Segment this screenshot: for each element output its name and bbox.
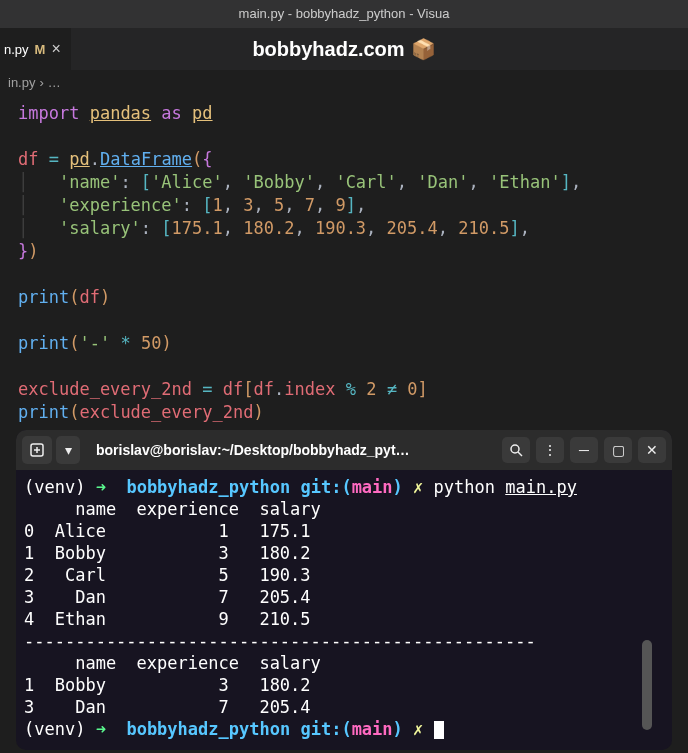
editor-tab-main-py[interactable]: n.py M × [0, 28, 71, 70]
command-exe: python [434, 477, 495, 497]
search-icon [509, 443, 523, 457]
search-button[interactable] [502, 437, 530, 463]
output-header: name experience salary [24, 499, 321, 519]
window-title: main.py - bobbyhadz_python - Visua [239, 6, 450, 21]
new-tab-button[interactable] [22, 436, 52, 464]
minimize-icon: ─ [579, 442, 589, 458]
terminal-scrollbar[interactable] [642, 640, 652, 730]
key-name: 'name' [59, 172, 120, 192]
chevron-right-icon: › [39, 75, 43, 90]
prompt-dir: bobbyhadz_python [126, 477, 290, 497]
git-label: git: [300, 477, 341, 497]
command-file: main.py [505, 477, 577, 497]
dirty-icon: ✗ [413, 477, 423, 497]
output-row: 1 Bobby 3 180.2 [24, 675, 311, 695]
box-icon: 📦 [411, 37, 436, 61]
breadcrumb-more: … [48, 75, 61, 90]
fn-print: print [18, 333, 69, 353]
key-salary: 'salary' [59, 218, 141, 238]
close-window-button[interactable]: ✕ [638, 437, 666, 463]
venv-indicator: (venv) [24, 477, 85, 497]
dirty-icon: ✗ [413, 719, 423, 739]
output-row: 4 Ethan 9 210.5 [24, 609, 311, 629]
module-pandas: pandas [90, 103, 151, 123]
keyword-import: import [18, 103, 79, 123]
svg-point-1 [511, 445, 519, 453]
terminal-window: ▾ borislav@borislav:~/Desktop/bobbyhadz_… [16, 430, 672, 750]
output-row: 0 Alice 1 175.1 [24, 521, 311, 541]
tab-dropdown-button[interactable]: ▾ [56, 436, 80, 464]
watermark-text: bobbyhadz.com [252, 38, 404, 61]
prompt-arrow-icon: ➜ [96, 477, 106, 497]
git-branch: main [352, 477, 393, 497]
output-header: name experience salary [24, 653, 321, 673]
window-title-bar: main.py - bobbyhadz_python - Visua [0, 0, 688, 28]
close-icon[interactable]: × [51, 40, 60, 58]
key-experience: 'experience' [59, 195, 182, 215]
output-row: 1 Bobby 3 180.2 [24, 543, 311, 563]
maximize-button[interactable]: ▢ [604, 437, 632, 463]
terminal-body[interactable]: (venv) ➜ bobbyhadz_python git:(main) ✗ p… [16, 470, 672, 750]
breadcrumb-file: in.py [8, 75, 35, 90]
watermark-overlay: bobbyhadz.com 📦 [0, 28, 688, 70]
cls-dataframe: DataFrame [100, 149, 192, 169]
output-row: 3 Dan 7 205.4 [24, 587, 311, 607]
output-row: 2 Carl 5 190.3 [24, 565, 311, 585]
var-exclude: exclude_every_2nd [18, 379, 192, 399]
output-divider: ----------------------------------------… [24, 631, 536, 651]
code-editor[interactable]: import pandas as pd df = pd.DataFrame({ … [0, 94, 688, 432]
terminal-title: borislav@borislav:~/Desktop/bobbyhadz_py… [84, 442, 498, 458]
breadcrumb[interactable]: in.py › … [0, 70, 688, 94]
terminal-cursor [434, 721, 444, 739]
kebab-menu-icon: ⋮ [543, 442, 557, 458]
keyword-as: as [161, 103, 181, 123]
fn-print: print [18, 402, 69, 422]
menu-button[interactable]: ⋮ [536, 437, 564, 463]
var-df: df [18, 149, 38, 169]
op-eq: = [49, 149, 59, 169]
alias-pd: pd [192, 103, 212, 123]
output-row: 3 Dan 7 205.4 [24, 697, 311, 717]
terminal-titlebar: ▾ borislav@borislav:~/Desktop/bobbyhadz_… [16, 430, 672, 470]
modified-indicator: M [35, 42, 46, 57]
minimize-button[interactable]: ─ [570, 437, 598, 463]
prompt-arrow-icon: ➜ [96, 719, 106, 739]
fn-print: print [18, 287, 69, 307]
new-terminal-icon [30, 443, 44, 457]
op-neq: ≠ [387, 379, 397, 399]
obj-pd: pd [69, 149, 89, 169]
close-icon: ✕ [646, 442, 658, 458]
tab-filename: n.py [4, 42, 29, 57]
maximize-icon: ▢ [612, 442, 625, 458]
chevron-down-icon: ▾ [65, 442, 72, 458]
editor-tab-bar: n.py M × bobbyhadz.com 📦 [0, 28, 688, 70]
